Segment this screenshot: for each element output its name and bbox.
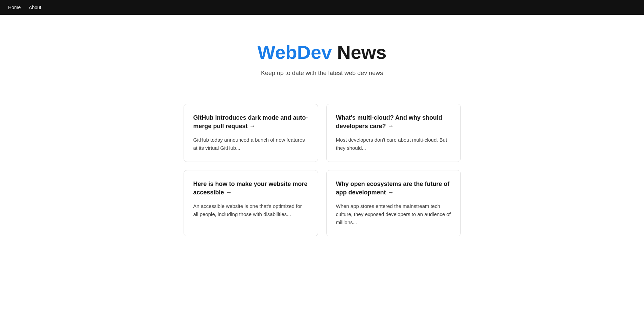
article-card-1[interactable]: GitHub introduces dark mode and auto-mer… bbox=[184, 104, 318, 162]
card-excerpt-4: When app stores entered the mainstream t… bbox=[336, 202, 451, 227]
card-title-4: Why open ecosystems are the future of ap… bbox=[336, 180, 451, 197]
nav-about-link[interactable]: About bbox=[29, 5, 41, 10]
hero-title-brand: WebDev bbox=[258, 42, 332, 63]
hero-subtitle: Keep up to date with the latest web dev … bbox=[7, 70, 637, 77]
cards-grid: GitHub introduces dark mode and auto-mer… bbox=[170, 97, 474, 257]
hero-section: WebDev News Keep up to date with the lat… bbox=[0, 15, 644, 97]
card-excerpt-2: Most developers don't care about multi-c… bbox=[336, 136, 451, 152]
card-excerpt-1: GitHub today announced a bunch of new fe… bbox=[193, 136, 308, 152]
hero-title: WebDev News bbox=[7, 42, 637, 63]
card-excerpt-3: An accessible website is one that's opti… bbox=[193, 202, 308, 218]
card-title-3: Here is how to make your website more ac… bbox=[193, 180, 308, 197]
article-card-2[interactable]: What's multi-cloud? And why should devel… bbox=[326, 104, 461, 162]
card-title-1: GitHub introduces dark mode and auto-mer… bbox=[193, 114, 308, 130]
nav-home-link[interactable]: Home bbox=[8, 5, 21, 10]
card-title-2: What's multi-cloud? And why should devel… bbox=[336, 114, 451, 130]
article-card-3[interactable]: Here is how to make your website more ac… bbox=[184, 170, 318, 236]
hero-title-regular: News bbox=[332, 42, 387, 63]
article-card-4[interactable]: Why open ecosystems are the future of ap… bbox=[326, 170, 461, 236]
main-nav: Home About bbox=[0, 0, 644, 15]
